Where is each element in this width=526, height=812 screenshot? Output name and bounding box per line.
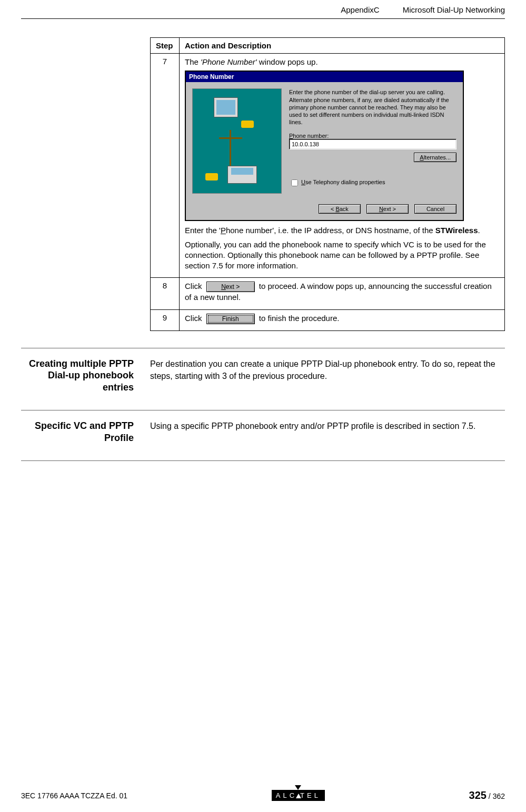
cancel-button[interactable]: Cancel	[414, 204, 456, 214]
divider	[21, 460, 505, 461]
col-step: Step	[151, 38, 180, 54]
header-appendix: AppendixC	[341, 5, 379, 14]
alcatel-logo: ALCTEL	[272, 790, 325, 801]
dialog-illustration	[192, 88, 282, 194]
use-telephony-checkbox[interactable]: Use Telephony dialing properties	[289, 178, 456, 188]
pole-cross-icon	[219, 137, 242, 139]
step7-intro: The 'Phone Number' window pops up.	[185, 57, 499, 67]
section-body: Per destination you can create a unique …	[150, 358, 505, 394]
col-action: Action and Description	[180, 38, 505, 54]
table-row: 7 The 'Phone Number' window pops up. Pho…	[151, 54, 505, 278]
pole-icon	[230, 130, 231, 167]
section-multiple-entries: Creating multiple PPTP Dial-up phonebook…	[21, 358, 505, 394]
phone-number-dialog: Phone Number	[185, 71, 464, 221]
triangle-icon	[295, 785, 301, 790]
page-footer: 3EC 17766 AAAA TCZZA Ed. 01 ALCTEL 325 /…	[21, 789, 505, 801]
dialog-title: Phone Number	[186, 72, 463, 82]
divider	[21, 410, 505, 410]
dialog-blurb: Enter the phone number of the dial-up se…	[289, 88, 456, 126]
section-body: Using a specific PPTP phonebook entry an…	[150, 420, 505, 444]
section-heading: Specific VC and PPTP Profile	[21, 420, 137, 444]
step9-text: Click Finish to finish the procedure.	[185, 313, 499, 324]
step7-instruction-2: Optionally, you can add the phonebook na…	[185, 239, 499, 272]
section-heading: Creating multiple PPTP Dial-up phonebook…	[21, 358, 137, 394]
section-vc-profile: Specific VC and PPTP Profile Using a spe…	[21, 420, 505, 444]
finish-button-inline[interactable]: Finish	[206, 314, 255, 324]
next-button[interactable]: Next >	[366, 204, 409, 214]
next-button-inline[interactable]: Next >	[206, 282, 255, 292]
laptop-icon	[227, 166, 257, 184]
phone-number-input[interactable]	[289, 139, 456, 149]
table-row: 9 Click Finish to finish the procedure.	[151, 309, 505, 330]
step-number: 8	[151, 278, 180, 309]
step8-text: Click Next > to proceed. A window pops u…	[185, 281, 499, 303]
step-number: 9	[151, 309, 180, 330]
phone-icon	[241, 121, 254, 128]
phone-icon	[205, 173, 218, 181]
header-title: Microsoft Dial-Up Networking	[403, 5, 505, 14]
page-number: 325 / 362	[469, 789, 505, 801]
page-header: AppendixC Microsoft Dial-Up Networking	[21, 0, 505, 19]
phone-number-label: Phone number:	[289, 133, 456, 139]
step-number: 7	[151, 54, 180, 278]
use-telephony-input[interactable]	[291, 179, 298, 186]
alternates-button[interactable]: Alternates...	[414, 153, 456, 162]
table-row: 8 Click Next > to proceed. A window pops…	[151, 278, 505, 309]
doc-reference: 3EC 17766 AAAA TCZZA Ed. 01	[21, 791, 127, 800]
divider	[21, 348, 505, 348]
back-button[interactable]: < Back	[319, 204, 361, 214]
monitor-icon	[214, 97, 238, 117]
steps-table: Step Action and Description 7 The 'Phone…	[150, 37, 505, 331]
step7-instruction-1: Enter the 'Phone number', i.e. the IP ad…	[185, 225, 499, 236]
